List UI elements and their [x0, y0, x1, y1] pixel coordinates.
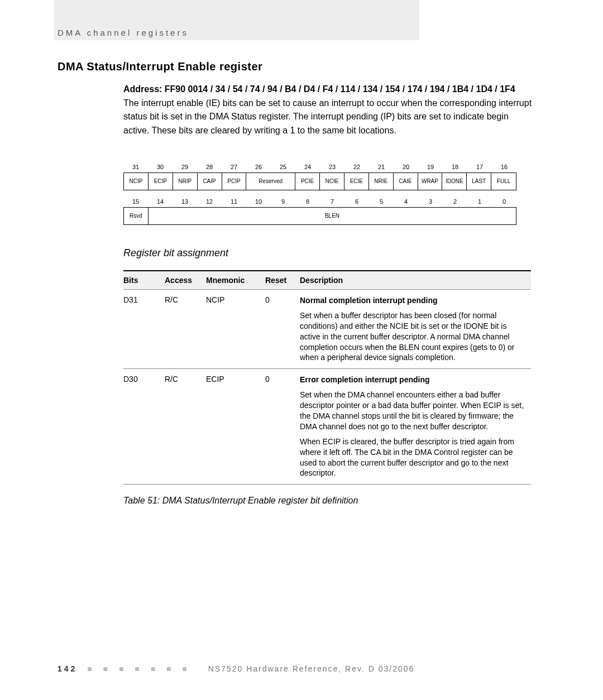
bit-cell: NRIE — [369, 173, 394, 190]
bit-number: 15 — [123, 198, 148, 207]
register-table: Bits Access Mnemonic Reset Description D… — [123, 270, 531, 485]
bit-number: 4 — [394, 198, 418, 207]
bit-number: 27 — [222, 164, 246, 172]
cell-reset: 0 — [265, 289, 300, 368]
table-row: D30R/CECIP0Error completion interrupt pe… — [123, 369, 531, 485]
desc-title: Normal completion interrupt pending — [300, 295, 528, 306]
cell-mnemonic: NCIP — [206, 289, 265, 368]
footer-doc-title: NS7520 Hardware Reference, Rev. D 03/200… — [208, 664, 415, 673]
subheading: Register bit assignment — [123, 247, 532, 259]
bit-number: 30 — [148, 164, 173, 172]
bit-cell: PCIP — [222, 173, 247, 190]
th-access: Access — [165, 271, 206, 290]
page-footer: 142 ■ ■ ■ ■ ■ ■ ■ NS7520 Hardware Refere… — [58, 664, 414, 673]
bit-number: 5 — [369, 198, 394, 207]
bit-number: 18 — [443, 164, 467, 172]
bit-number: 9 — [271, 198, 295, 207]
bit-cell: IDONE — [442, 173, 467, 190]
cell-bits: D30 — [123, 369, 165, 485]
bit-boxes-high: NCIPECIPNRIPCAIPPCIPReservedPCIENCIEECIE… — [123, 172, 516, 190]
bit-number: 2 — [443, 198, 467, 207]
bit-number: 0 — [492, 198, 516, 207]
bit-number: 6 — [344, 198, 369, 207]
bit-cell: Rsvd — [124, 208, 149, 224]
bit-numbers-high: 31302928272625242322212019181716 — [123, 164, 532, 172]
bit-number: 24 — [295, 164, 320, 172]
bit-number: 12 — [197, 198, 222, 207]
th-mnemonic: Mnemonic — [206, 271, 265, 290]
bit-cell: WRAP — [418, 173, 443, 190]
page: DMA channel registers DMA Status/Interru… — [0, 0, 603, 700]
bit-cell: NCIE — [320, 173, 344, 190]
bit-number: 8 — [295, 198, 320, 207]
footer-dots: ■ ■ ■ ■ ■ ■ ■ — [87, 664, 192, 673]
cell-description: Error completion interrupt pendingSet wh… — [300, 369, 531, 485]
desc-paragraph: Set when the DMA channel encounters eith… — [300, 390, 528, 432]
bit-number: 1 — [467, 198, 492, 207]
bit-number: 19 — [418, 164, 443, 172]
bit-number: 11 — [222, 198, 246, 207]
bit-boxes-low: RsvdBLEN — [123, 207, 516, 225]
bit-cell: Reserved — [246, 173, 295, 190]
register-table-wrap: Bits Access Mnemonic Reset Description D… — [123, 270, 531, 485]
intro-paragraph: The interrupt enable (IE) bits can be se… — [123, 97, 532, 138]
bit-cell: CAIE — [394, 173, 418, 190]
cell-access: R/C — [165, 369, 206, 485]
desc-title: Error completion interrupt pending — [300, 375, 528, 385]
bit-number: 7 — [320, 198, 344, 207]
bit-cell: ECIP — [149, 173, 173, 190]
content-area: DMA Status/Interrupt Enable register Add… — [58, 60, 532, 506]
bit-number: 21 — [369, 164, 394, 172]
th-bits: Bits — [123, 271, 165, 290]
table-caption: Table 51: DMA Status/Interrupt Enable re… — [123, 496, 532, 506]
section-title: DMA Status/Interrupt Enable register — [58, 60, 532, 73]
bit-number: 20 — [394, 164, 418, 172]
th-description: Description — [300, 271, 531, 290]
cell-bits: D31 — [123, 289, 165, 368]
bit-numbers-low: 1514131211109876543210 — [123, 198, 532, 207]
cell-access: R/C — [165, 289, 206, 368]
bit-number: 17 — [467, 164, 492, 172]
bit-number: 31 — [123, 164, 148, 172]
bit-cell: CAIP — [198, 173, 222, 190]
table-row: D31R/CNCIP0Normal completion interrupt p… — [123, 289, 531, 368]
bit-number: 14 — [148, 198, 173, 207]
bit-number: 25 — [271, 164, 295, 172]
bit-number: 13 — [173, 198, 197, 207]
cell-mnemonic: ECIP — [206, 369, 265, 485]
bit-number: 29 — [173, 164, 197, 172]
bit-number: 16 — [492, 164, 516, 172]
bit-number: 3 — [418, 198, 443, 207]
bit-diagram: 31302928272625242322212019181716 NCIPECI… — [123, 164, 532, 225]
bit-number: 22 — [344, 164, 369, 172]
bit-cell: LAST — [467, 173, 491, 190]
bit-cell: BLEN — [149, 208, 516, 224]
bit-cell: NCIP — [124, 173, 149, 190]
page-number: 142 — [58, 664, 77, 673]
desc-paragraph: When ECIP is cleared, the buffer descrip… — [300, 437, 528, 479]
th-reset: Reset — [265, 271, 300, 290]
bit-cell: ECIE — [344, 173, 369, 190]
bit-number: 10 — [246, 198, 271, 207]
bit-cell: NRIP — [173, 173, 198, 190]
bit-cell: PCIE — [295, 173, 320, 190]
bit-number: 28 — [197, 164, 222, 172]
bit-number: 26 — [246, 164, 271, 172]
intro-block: Address: FF90 0014 / 34 / 54 / 74 / 94 /… — [123, 83, 532, 138]
bit-number: 23 — [320, 164, 344, 172]
address-line: Address: FF90 0014 / 34 / 54 / 74 / 94 /… — [123, 83, 532, 95]
desc-paragraph: Set when a buffer descriptor has been cl… — [300, 310, 528, 363]
running-head: DMA channel registers — [58, 28, 189, 37]
bit-cell: FULL — [491, 173, 516, 190]
cell-description: Normal completion interrupt pendingSet w… — [300, 289, 531, 368]
cell-reset: 0 — [265, 369, 300, 485]
